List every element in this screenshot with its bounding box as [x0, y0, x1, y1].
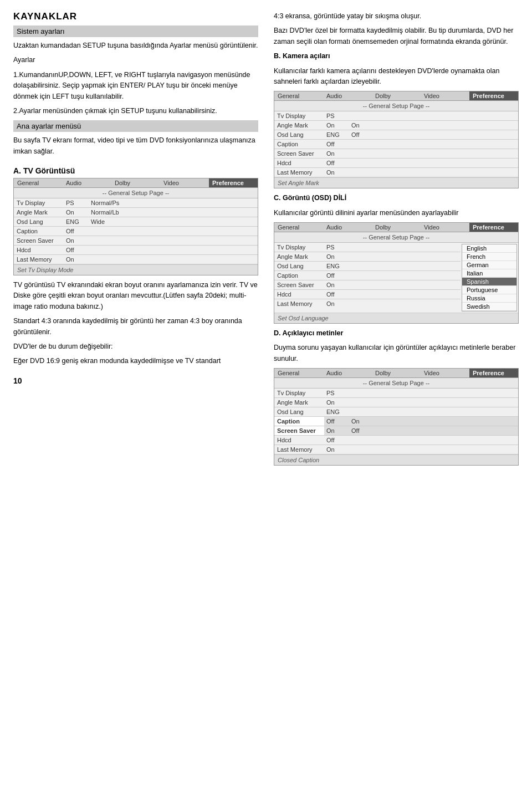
section2-header: Ana ayarlar menüsü	[13, 120, 258, 132]
section2-text: Bu sayfa TV ekranı format, video tipi ve…	[13, 135, 258, 157]
lang-option-german[interactable]: German	[462, 261, 516, 269]
subsection-c-bold: C. Görüntü (OSD) DİLİ	[274, 194, 346, 202]
menu1-tab-audio[interactable]: Audio	[63, 178, 111, 187]
menu2-footer: Set Angle Mark	[274, 177, 518, 188]
menu3-tab-preference[interactable]: Preference	[469, 223, 518, 232]
section1-text4: 2.Ayarlar menüsünden çıkmak için SETUP t…	[13, 106, 258, 116]
menu4-row-4: Screen Saver On Off	[274, 426, 518, 436]
menu3-tab-video[interactable]: Video	[421, 223, 469, 232]
page-number: 10	[13, 376, 258, 385]
lang-option-swedish[interactable]: Swedish	[462, 303, 516, 311]
menu1-page-label: -- General Setup Page --	[14, 188, 258, 198]
subsection-d-title: D. Açıklayıcı metinler	[274, 328, 519, 339]
menu4-tab-video[interactable]: Video	[421, 369, 469, 377]
menu1-row-0: Tv Display PS Normal/Ps	[14, 198, 258, 208]
menu2-tab-preference[interactable]: Preference	[469, 91, 518, 100]
section1-text3: 1.KumandanınUP,DOWN, LEFT, ve RIGHT tuşl…	[13, 70, 258, 102]
menu4-row-2: Osd Lang ENG	[274, 407, 518, 417]
menu3-rows: Tv Display PS Angle Mark On Osd Lang ENG…	[274, 243, 461, 313]
menu3-row-2: Osd Lang ENG	[274, 262, 461, 271]
after-menu1-text2: Standart 4:3 oranında kaydedilmiş bir gö…	[13, 316, 258, 338]
menu2-row-2: Osd Lang ENG Off	[274, 130, 518, 140]
menu4-tab-audio[interactable]: Audio	[323, 369, 372, 377]
subsection-b-text: Kullanıcılar farklı kamera açılarını des…	[274, 66, 519, 88]
menu2-row-3: Caption Off	[274, 140, 518, 149]
menu1-row2-opt: Wide	[89, 217, 258, 226]
menu2-row-5: Hdcd Off	[274, 159, 518, 168]
menu1-row6-val: On	[64, 255, 89, 264]
menu1-row1-label: Angle Mark	[14, 208, 64, 217]
lang-option-spanish[interactable]: Spanish	[462, 278, 516, 286]
menu1-row0-label: Tv Display	[14, 198, 64, 207]
subsection-b-title: B. Kamera açıları	[274, 51, 519, 62]
menu1-row5-opt	[89, 249, 258, 251]
menu2-tab-general[interactable]: General	[274, 91, 323, 100]
subsection-c-text: Kullanıcılar görüntü dilinini ayarlar me…	[274, 208, 519, 218]
right-intro-text2: Bazı DVD'ler özel bir formatta kaydedilm…	[274, 25, 519, 47]
menu2-row-4: Screen Saver On	[274, 149, 518, 159]
menu1: General Audio Dolby Video Preference -- …	[13, 178, 258, 275]
menu4-tab-preference[interactable]: Preference	[469, 369, 518, 377]
menu4-tab-dolby[interactable]: Dolby	[372, 369, 421, 377]
left-column: KAYNAKLAR Sistem ayarları Uzaktan kumand…	[13, 11, 258, 470]
lang-option-russia[interactable]: Russia	[462, 294, 516, 303]
menu3-row-6: Last Memory On	[274, 299, 461, 308]
menu3-row-3: Caption Off	[274, 271, 461, 280]
lang-option-portuguese[interactable]: Portuguese	[462, 286, 516, 294]
after-menu1-text1: TV görüntüsü TV ekranındaki ekran boyut …	[13, 280, 258, 312]
menu4-header: General Audio Dolby Video Preference	[274, 369, 518, 378]
menu3-row-5: Hdcd Off	[274, 290, 461, 299]
menu1-row3-val: Off	[64, 227, 89, 236]
menu3-tab-dolby[interactable]: Dolby	[372, 223, 421, 232]
after-menu1-text4: Eğer DVD 16:9 geniş ekran modunda kayded…	[13, 356, 258, 366]
subsection-d-text: Duyma sorunu yaşayan kullanıcılar için g…	[274, 343, 519, 364]
language-dropdown[interactable]: English French German Italian Spanish Po…	[462, 244, 517, 311]
menu1-row1-opt: Normal/Lb	[89, 208, 258, 217]
menu1-row-3: Caption Off	[14, 227, 258, 236]
menu2: General Audio Dolby Video Preference -- …	[274, 91, 519, 188]
subsection-c-title: C. Görüntü (OSD) DİLİ	[274, 193, 519, 203]
menu1-tab-preference[interactable]: Preference	[209, 178, 258, 187]
menu1-row-4: Screen Saver On	[14, 236, 258, 246]
menu1-row0-val: PS	[64, 198, 89, 207]
menu2-header: General Audio Dolby Video Preference	[274, 91, 518, 101]
right-intro-text1: 4:3 ekransa, görüntüde yatay bir sıkışma…	[274, 11, 519, 22]
menu4-row-5: Hdcd Off	[274, 436, 518, 445]
menu4-footer: Closed Caption	[274, 454, 518, 465]
menu2-row-0: Tv Display PS	[274, 111, 518, 121]
main-title: KAYNAKLAR	[13, 11, 258, 22]
subsection-b-bold: B. Kamera açıları	[274, 52, 330, 60]
menu2-tab-video[interactable]: Video	[421, 91, 469, 100]
menu2-tab-dolby[interactable]: Dolby	[372, 91, 421, 100]
menu3-header: General Audio Dolby Video Preference	[274, 223, 518, 232]
menu1-row6-opt	[89, 258, 258, 261]
menu1-tab-general[interactable]: General	[14, 178, 63, 187]
menu4: General Audio Dolby Video Preference -- …	[274, 368, 519, 466]
menu1-row-6: Last Memory On	[14, 255, 258, 264]
menu3-row-0: Tv Display PS	[274, 243, 461, 252]
menu1-row1-val: On	[64, 208, 89, 217]
menu4-row-1: Angle Mark On	[274, 398, 518, 407]
menu1-tab-video[interactable]: Video	[160, 178, 209, 187]
menu1-row2-label: Osd Lang	[14, 217, 64, 226]
lang-option-french[interactable]: French	[462, 253, 516, 261]
menu2-page-label: -- General Setup Page --	[274, 101, 518, 111]
lang-option-english[interactable]: English	[462, 244, 516, 253]
right-column: 4:3 ekransa, görüntüde yatay bir sıkışma…	[274, 11, 519, 470]
lang-option-italian[interactable]: Italian	[462, 269, 516, 278]
menu1-row-5: Hdcd Off	[14, 246, 258, 255]
menu3-footer: Set Osd Language	[274, 313, 518, 323]
section1-text1: Uzaktan kumandadan SETUP tuşuna basıldığ…	[13, 40, 258, 51]
menu3-tab-general[interactable]: General	[274, 223, 323, 232]
menu4-row-3: Caption Off On	[274, 417, 518, 426]
menu1-row3-label: Caption	[14, 227, 64, 236]
menu2-tab-audio[interactable]: Audio	[323, 91, 372, 100]
menu3-tab-audio[interactable]: Audio	[323, 223, 372, 232]
subsection-d-bold: D. Açıklayıcı metinler	[274, 329, 343, 337]
menu4-tab-general[interactable]: General	[274, 369, 323, 377]
menu1-header: General Audio Dolby Video Preference	[14, 178, 258, 188]
subsection-a-title: A. TV Görüntüsü	[13, 166, 258, 175]
menu4-page-label: -- General Setup Page --	[274, 378, 518, 389]
menu1-tab-dolby[interactable]: Dolby	[111, 178, 160, 187]
menu1-row4-label: Screen Saver	[14, 236, 64, 245]
